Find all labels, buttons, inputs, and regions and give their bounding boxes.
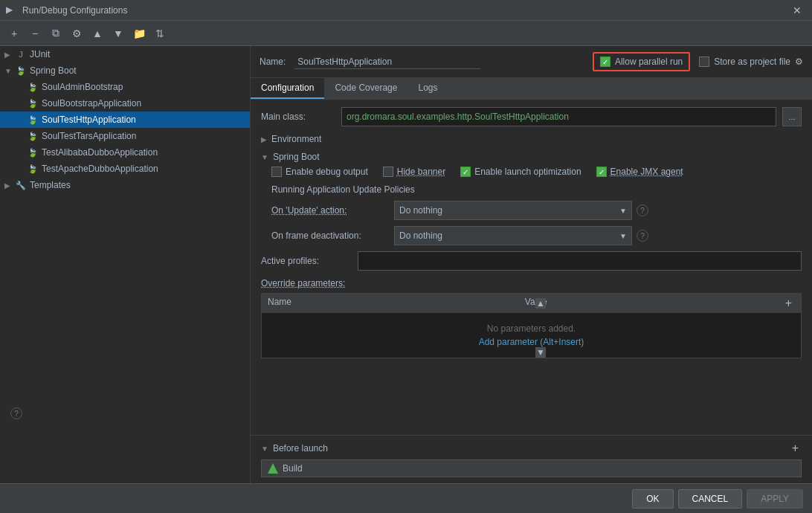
soul-test-tars-icon: 🍃	[27, 130, 39, 142]
on-frame-value: Do nothing	[399, 230, 442, 241]
cancel-button[interactable]: CANCEL	[678, 489, 743, 509]
table-scrollbar: ▲ ▼	[535, 298, 546, 358]
before-launch-arrow: ▼	[261, 445, 268, 453]
main-class-row: Main class: ...	[261, 107, 802, 126]
tabs-bar: Configuration Code Coverage Logs	[251, 78, 812, 100]
sort-button[interactable]: ⇅	[150, 24, 170, 43]
enable-launch-item[interactable]: ✓ Enable launch optimization	[460, 167, 581, 177]
tab-code-coverage[interactable]: Code Coverage	[324, 78, 407, 99]
main-class-label: Main class:	[261, 112, 335, 122]
sidebar-item-junit[interactable]: ▶ J JUnit	[0, 46, 250, 62]
main-class-input[interactable]	[341, 107, 776, 126]
move-up-button[interactable]: ▲	[88, 24, 107, 43]
scroll-down-button[interactable]: ▼	[535, 347, 546, 358]
move-down-button[interactable]: ▼	[109, 24, 128, 43]
before-launch-add-button[interactable]: +	[789, 442, 802, 455]
junit-arrow: ▶	[4, 51, 15, 59]
active-profiles-label: Active profiles:	[261, 256, 358, 266]
sidebar-item-label: Spring Boot	[30, 65, 77, 76]
title-bar-text: Run/Debug Configurations	[22, 5, 788, 16]
sidebar-item-label: TestApacheDubboApplication	[42, 164, 158, 174]
hide-banner-item[interactable]: Hide banner	[383, 167, 445, 177]
config-panel: Name: ✓ Allow parallel run Store as proj…	[251, 46, 812, 483]
test-apache-icon: 🍃	[27, 163, 39, 175]
soul-test-http-icon: 🍃	[27, 114, 39, 126]
enable-debug-item[interactable]: Enable debug output	[271, 167, 368, 177]
params-value-header: Value	[525, 297, 782, 310]
settings-button[interactable]: ⚙	[67, 24, 86, 43]
hide-banner-checkbox[interactable]	[383, 167, 393, 177]
params-table-body: No parameters added. Add parameter (Alt+…	[262, 313, 801, 358]
sidebar-item-test-apache[interactable]: 🍃 TestApacheDubboApplication	[0, 161, 250, 177]
footer: OK CANCEL APPLY	[0, 483, 812, 513]
on-update-dropdown[interactable]: Do nothing ▼	[394, 201, 632, 220]
tab-configuration[interactable]: Configuration	[251, 78, 324, 99]
store-project-checkbox[interactable]	[699, 57, 709, 67]
config-header: Name: ✓ Allow parallel run Store as proj…	[251, 46, 812, 78]
sidebar-item-soul-admin[interactable]: 🍃 SoulAdminBootstrap	[0, 79, 250, 95]
spring-boot-section-header[interactable]: ▼ Spring Boot	[261, 152, 802, 162]
add-button[interactable]: +	[4, 24, 24, 43]
sidebar-item-test-alibaba[interactable]: 🍃 TestAlibabaDubboApplication	[0, 144, 250, 161]
close-button[interactable]: ✕	[788, 3, 806, 18]
on-frame-help-icon[interactable]: ?	[637, 230, 648, 242]
sidebar-item-soul-bootstrap[interactable]: 🍃 SoulBootstrapApplication	[0, 95, 250, 112]
sidebar-item-soul-test-tars[interactable]: 🍃 SoulTestTarsApplication	[0, 128, 250, 144]
sidebar-item-label: JUnit	[30, 49, 50, 59]
environment-arrow: ▶	[261, 135, 267, 143]
add-param-button[interactable]: +	[782, 297, 795, 310]
ok-button[interactable]: OK	[632, 489, 673, 509]
sidebar-item-label: Templates	[30, 180, 71, 190]
enable-jmx-checkbox[interactable]: ✓	[596, 167, 607, 177]
folder-button[interactable]: 📁	[129, 24, 149, 43]
scroll-up-button[interactable]: ▲	[535, 298, 546, 309]
sidebar-item-label: SoulBootstrapApplication	[42, 98, 141, 109]
enable-launch-checkbox[interactable]: ✓	[460, 167, 471, 177]
environment-section[interactable]: ▶ Environment	[261, 134, 802, 144]
running-update-label: Running Application Update Policies	[261, 184, 802, 195]
params-name-header: Name	[268, 297, 525, 310]
enable-launch-label: Enable launch optimization	[474, 167, 581, 177]
on-frame-arrow: ▼	[619, 232, 627, 240]
parallel-run-container: ✓ Allow parallel run	[593, 52, 690, 71]
store-project-label: Store as project file	[714, 57, 790, 67]
on-frame-dropdown[interactable]: Do nothing ▼	[394, 226, 632, 245]
override-params-section: Override parameters: Name Value + No par…	[261, 278, 802, 358]
sidebar-item-templates[interactable]: ▶ 🔧 Templates	[0, 177, 250, 193]
build-item: Build	[261, 459, 802, 477]
sidebar-item-label: SoulTestTarsApplication	[42, 131, 136, 141]
sidebar-help-area: ?	[0, 193, 250, 425]
enable-jmx-label: Enable JMX agent	[610, 167, 683, 177]
params-table-header: Name Value +	[262, 294, 801, 313]
before-launch-header: ▼ Before launch +	[261, 442, 802, 455]
config-body: Main class: ... ▶ Environment ▼ Spring B…	[251, 100, 812, 435]
sidebar-item-soul-test-http[interactable]: 🍃 SoulTestHttpApplication	[0, 112, 250, 128]
environment-label: Environment	[271, 134, 321, 144]
soul-admin-icon: 🍃	[27, 81, 39, 93]
add-param-link[interactable]: Add parameter (Alt+Insert)	[479, 337, 584, 347]
sidebar-item-spring-boot[interactable]: ▼ 🍃 Spring Boot	[0, 62, 250, 79]
no-params-text: No parameters added.	[487, 323, 576, 334]
apply-button[interactable]: APPLY	[747, 489, 803, 509]
parallel-run-checkbox[interactable]: ✓	[600, 57, 610, 67]
test-alibaba-icon: 🍃	[27, 146, 39, 158]
on-frame-label: On frame deactivation:	[271, 230, 394, 241]
remove-button[interactable]: −	[25, 24, 45, 43]
on-update-label: On 'Update' action:	[271, 205, 394, 216]
store-project-row: Store as project file ⚙	[699, 57, 803, 67]
soul-bootstrap-icon: 🍃	[27, 97, 39, 109]
on-update-arrow: ▼	[619, 207, 627, 215]
active-profiles-input[interactable]	[358, 251, 802, 271]
copy-button[interactable]: ⧉	[46, 24, 65, 43]
on-update-help-icon[interactable]: ?	[637, 204, 648, 216]
tab-logs[interactable]: Logs	[407, 78, 448, 99]
name-input[interactable]	[294, 55, 480, 69]
help-button[interactable]: ?	[10, 407, 22, 419]
enable-debug-checkbox[interactable]	[271, 167, 282, 177]
title-bar: ▶ Run/Debug Configurations ✕	[0, 0, 812, 21]
store-project-gear-icon[interactable]: ⚙	[795, 57, 803, 67]
main-class-browse-button[interactable]: ...	[782, 107, 802, 126]
sidebar-item-label: TestAlibabaDubboApplication	[42, 147, 158, 158]
running-update-section: Running Application Update Policies On '…	[261, 184, 802, 245]
enable-jmx-item[interactable]: ✓ Enable JMX agent	[596, 167, 683, 177]
